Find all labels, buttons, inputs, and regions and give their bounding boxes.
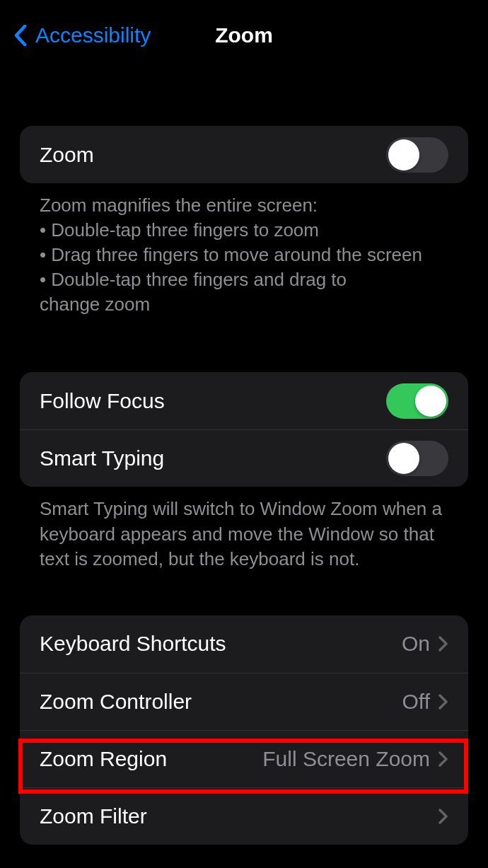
footer-bullet: Double-tap three fingers to zoom — [40, 218, 448, 243]
group-options: Keyboard Shortcuts On Zoom Controller Of… — [20, 615, 468, 845]
navbar: Accessibility Zoom — [0, 0, 488, 71]
row-smart-typing[interactable]: Smart Typing — [20, 429, 468, 487]
row-value: Full Screen Zoom — [262, 747, 430, 771]
row-zoom-region[interactable]: Zoom Region Full Screen Zoom — [20, 730, 468, 787]
row-zoom-filter[interactable]: Zoom Filter — [20, 787, 468, 845]
row-zoom[interactable]: Zoom — [20, 126, 468, 183]
row-label: Zoom Region — [40, 747, 167, 771]
page-title: Zoom — [215, 23, 273, 47]
chevron-left-icon — [14, 25, 27, 46]
chevron-right-icon — [438, 809, 448, 824]
group-focus: Follow Focus Smart Typing — [20, 372, 468, 487]
row-zoom-controller[interactable]: Zoom Controller Off — [20, 673, 468, 730]
row-value: On — [402, 632, 430, 656]
row-label: Zoom Filter — [40, 804, 147, 828]
footer-bullet: Drag three fingers to move around the sc… — [40, 243, 448, 267]
row-label: Zoom — [40, 143, 94, 167]
row-label: Smart Typing — [40, 446, 164, 470]
toggle-knob — [415, 386, 446, 417]
row-keyboard-shortcuts[interactable]: Keyboard Shortcuts On — [20, 615, 468, 673]
row-label: Follow Focus — [40, 389, 165, 413]
zoom-toggle[interactable] — [386, 137, 448, 173]
footer-trailing: change zoom — [40, 292, 448, 317]
chevron-right-icon — [438, 694, 448, 710]
row-value: Off — [402, 690, 430, 714]
row-label: Zoom Controller — [40, 690, 192, 714]
chevron-right-icon — [438, 751, 448, 767]
footer-bullet: Double-tap three fingers and drag to — [40, 267, 448, 292]
row-label: Keyboard Shortcuts — [40, 632, 226, 656]
toggle-knob — [388, 139, 419, 170]
chevron-right-icon — [438, 636, 448, 652]
row-follow-focus[interactable]: Follow Focus — [20, 372, 468, 429]
group-zoom-toggle: Zoom — [20, 126, 468, 183]
back-label: Accessibility — [35, 23, 151, 47]
footer-heading: Zoom magnifies the entire screen: — [40, 193, 448, 218]
group2-footer: Smart Typing will switch to Window Zoom … — [20, 497, 468, 571]
toggle-knob — [388, 443, 419, 474]
group1-footer: Zoom magnifies the entire screen: Double… — [20, 193, 468, 317]
follow-focus-toggle[interactable] — [386, 383, 448, 419]
smart-typing-toggle[interactable] — [386, 441, 448, 476]
back-button[interactable]: Accessibility — [14, 23, 151, 47]
